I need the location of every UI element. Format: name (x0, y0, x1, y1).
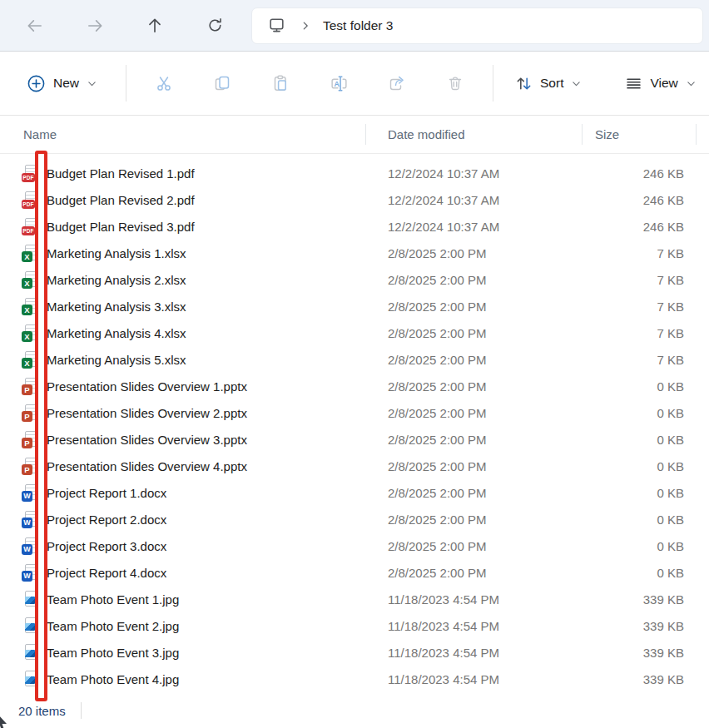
file-row[interactable]: Presentation Slides Overview 1.pptx 2/8/… (0, 373, 709, 399)
file-row[interactable]: Budget Plan Revised 3.pdf 12/2/2024 10:3… (0, 213, 709, 240)
file-name: Presentation Slides Overview 1.pptx (47, 379, 247, 394)
new-button[interactable]: New (22, 67, 102, 100)
file-size: 339 KB (583, 646, 697, 660)
file-size: 0 KB (583, 566, 697, 580)
file-name: Budget Plan Revised 2.pdf (47, 193, 195, 207)
back-button[interactable] (18, 11, 52, 41)
column-header-name[interactable]: Name (0, 116, 366, 153)
view-button[interactable]: View (620, 68, 701, 99)
file-row[interactable]: Project Report 4.docx 2/8/2025 2:00 PM 0… (0, 559, 709, 586)
file-size: 339 KB (583, 619, 697, 633)
pptx-file-icon (22, 404, 38, 422)
up-button[interactable] (138, 11, 171, 41)
file-row[interactable]: Project Report 2.docx 2/8/2025 2:00 PM 0… (0, 506, 709, 532)
xlsx-file-icon (22, 298, 38, 315)
file-name: Presentation Slides Overview 3.pptx (47, 433, 247, 447)
refresh-icon (206, 17, 224, 34)
this-pc-icon[interactable] (267, 16, 286, 35)
breadcrumb-current-folder[interactable]: Test folder 3 (323, 18, 393, 33)
file-name: Project Report 2.docx (47, 513, 166, 527)
file-date-modified: 2/8/2025 2:00 PM (366, 273, 583, 287)
share-icon (388, 74, 406, 92)
jpg-file-icon (22, 671, 38, 688)
file-size: 339 KB (583, 592, 697, 607)
file-name: Project Report 3.docx (47, 539, 166, 553)
file-row[interactable]: Marketing Analysis 1.xlsx 2/8/2025 2:00 … (0, 240, 709, 266)
paste-button[interactable] (251, 64, 310, 102)
share-button[interactable] (368, 64, 426, 102)
file-row[interactable]: Marketing Analysis 3.xlsx 2/8/2025 2:00 … (0, 293, 709, 319)
forward-button[interactable] (78, 11, 112, 41)
xlsx-file-icon (22, 351, 38, 369)
file-row[interactable]: Team Photo Event 3.jpg 11/18/2023 4:54 P… (0, 639, 709, 666)
column-header-date-modified[interactable]: Date modified (366, 116, 583, 153)
file-row[interactable]: Budget Plan Revised 2.pdf 12/2/2024 10:3… (0, 186, 709, 213)
items-count: 20 items (18, 704, 66, 718)
sort-button[interactable]: Sort (510, 68, 587, 99)
breadcrumb-chevron-icon[interactable] (300, 20, 311, 32)
list-view-icon (625, 75, 642, 92)
file-row[interactable]: Marketing Analysis 4.xlsx 2/8/2025 2:00 … (0, 319, 709, 346)
file-row[interactable]: Presentation Slides Overview 2.pptx 2/8/… (0, 399, 709, 426)
file-name: Team Photo Event 3.jpg (47, 646, 179, 660)
chevron-down-icon (686, 78, 697, 89)
file-name: Presentation Slides Overview 2.pptx (47, 406, 247, 420)
file-name: Budget Plan Revised 3.pdf (47, 220, 195, 234)
file-name: Project Report 1.docx (47, 486, 166, 500)
file-name: Project Report 4.docx (47, 566, 166, 580)
status-bar: 20 items (0, 693, 709, 728)
column-header-size[interactable]: Size (583, 116, 697, 153)
file-name: Marketing Analysis 2.xlsx (47, 273, 186, 287)
file-row[interactable]: Team Photo Event 2.jpg 11/18/2023 4:54 P… (0, 612, 709, 639)
command-toolbar: New A (0, 52, 709, 116)
file-row[interactable]: Team Photo Event 1.jpg 11/18/2023 4:54 P… (0, 586, 709, 612)
file-size: 7 KB (583, 326, 697, 340)
file-date-modified: 2/8/2025 2:00 PM (366, 406, 583, 420)
copy-button[interactable] (193, 64, 251, 102)
file-row[interactable]: Project Report 1.docx 2/8/2025 2:00 PM 0… (0, 479, 709, 506)
xlsx-file-icon (22, 245, 38, 262)
file-size: 0 KB (583, 539, 697, 553)
file-date-modified: 11/18/2023 4:54 PM (366, 646, 583, 660)
file-date-modified: 2/8/2025 2:00 PM (366, 326, 583, 340)
file-row[interactable]: Presentation Slides Overview 3.pptx 2/8/… (0, 426, 709, 453)
address-bar[interactable]: Test folder 3 (251, 7, 703, 44)
view-button-label: View (650, 76, 677, 91)
refresh-button[interactable] (198, 11, 231, 41)
file-size: 0 KB (583, 486, 697, 500)
docx-file-icon (22, 564, 38, 582)
file-name: Marketing Analysis 1.xlsx (47, 246, 186, 260)
file-explorer-window: Test folder 3 New (0, 0, 709, 728)
file-row[interactable]: Budget Plan Revised 1.pdf 12/2/2024 10:3… (0, 160, 709, 186)
pdf-file-icon (22, 191, 38, 209)
chevron-down-icon (87, 78, 97, 89)
file-row[interactable]: Presentation Slides Overview 4.pptx 2/8/… (0, 453, 709, 479)
file-name: Team Photo Event 2.jpg (47, 619, 179, 633)
file-date-modified: 12/2/2024 10:37 AM (366, 220, 583, 234)
pdf-file-icon (22, 165, 38, 182)
cut-button[interactable] (135, 64, 193, 102)
file-name: Marketing Analysis 5.xlsx (47, 353, 186, 367)
file-date-modified: 2/8/2025 2:00 PM (366, 433, 583, 447)
file-row[interactable]: Team Photo Event 4.jpg 11/18/2023 4:54 P… (0, 666, 709, 692)
delete-button[interactable] (426, 64, 484, 102)
file-size: 7 KB (583, 273, 697, 287)
navigation-bar: Test folder 3 (0, 0, 709, 52)
file-date-modified: 2/8/2025 2:00 PM (366, 300, 583, 314)
jpg-file-icon (22, 617, 38, 635)
docx-file-icon (22, 484, 38, 502)
new-button-label: New (53, 76, 79, 91)
file-size: 0 KB (583, 406, 697, 420)
file-row[interactable]: Project Report 3.docx 2/8/2025 2:00 PM 0… (0, 532, 709, 559)
sort-arrows-icon (515, 75, 533, 92)
file-size: 7 KB (583, 246, 697, 260)
file-date-modified: 12/2/2024 10:37 AM (366, 166, 583, 181)
file-date-modified: 2/8/2025 2:00 PM (366, 486, 583, 500)
rename-button[interactable]: A (310, 64, 368, 102)
jpg-file-icon (22, 644, 38, 661)
file-row[interactable]: Marketing Analysis 2.xlsx 2/8/2025 2:00 … (0, 266, 709, 293)
jpg-file-icon (22, 591, 38, 608)
sort-button-label: Sort (540, 76, 563, 91)
file-row[interactable]: Marketing Analysis 5.xlsx 2/8/2025 2:00 … (0, 346, 709, 373)
file-date-modified: 2/8/2025 2:00 PM (366, 566, 583, 580)
